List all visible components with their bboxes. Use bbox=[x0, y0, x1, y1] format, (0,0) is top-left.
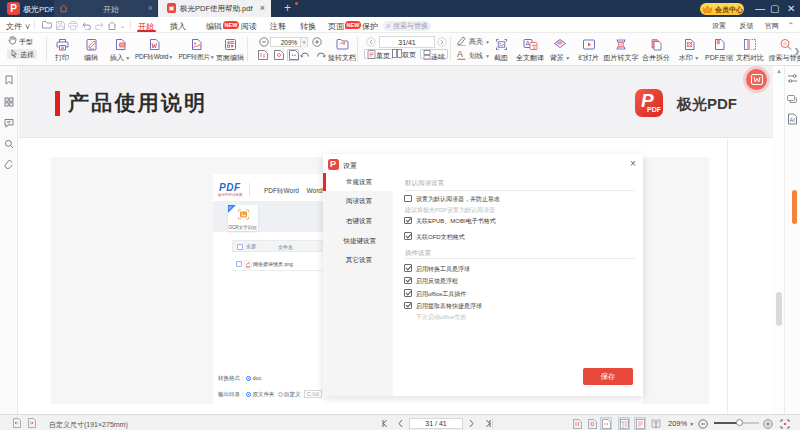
svg-text:文: 文 bbox=[531, 42, 537, 49]
svg-text:AI: AI bbox=[790, 117, 796, 123]
svg-text:A: A bbox=[457, 49, 463, 59]
